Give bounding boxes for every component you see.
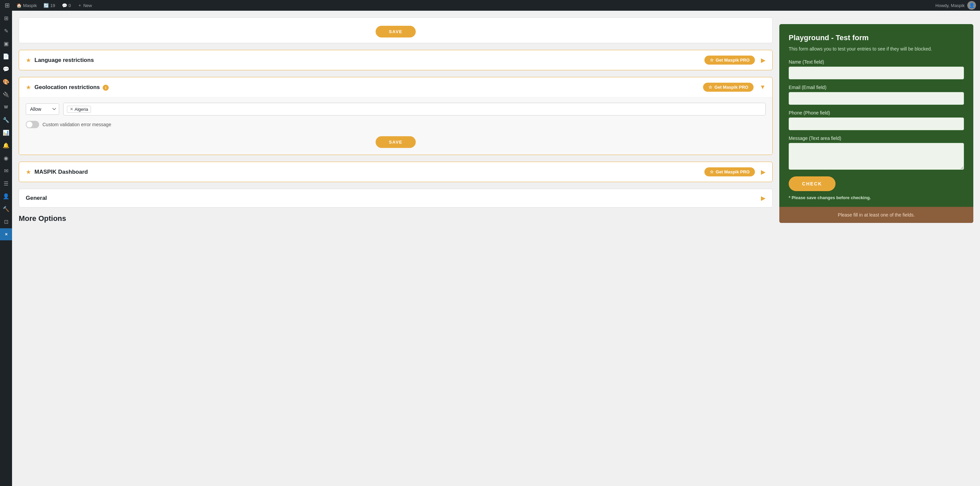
geolocation-card-header[interactable]: ★ Geolocation restrictions i ☆ Get Maspi… (19, 77, 772, 97)
filter-row: Allow Block ✕ Algeria (26, 103, 765, 115)
sidebar-table[interactable]: ⊡ (0, 215, 12, 228)
maspik-pro-label: Get Maspik PRO (716, 169, 749, 174)
email-form-group: Email (Email field) (789, 85, 964, 105)
language-arrow-icon: ▶ (761, 57, 765, 64)
phone-form-group: Phone (Phone field) (789, 110, 964, 130)
playground-body: Playground - Test form This form allows … (779, 24, 973, 207)
sidebar-media[interactable]: ▣ (0, 38, 12, 49)
message-form-group: Message (Text area field) (789, 135, 964, 171)
language-card-header[interactable]: ★ Language restrictions ☆ Get Maspik PRO… (19, 50, 772, 70)
general-arrow-icon: ▶ (761, 194, 765, 202)
page-layout: SAVE ★ Language restrictions ☆ Get Maspi… (19, 18, 973, 236)
top-save-button[interactable]: SAVE (375, 26, 416, 38)
general-card-title: General (26, 195, 755, 201)
plus-icon: ＋ (78, 2, 82, 8)
sidebar-maspik[interactable]: ✕ (0, 228, 12, 240)
new-content-link[interactable]: ＋ New (74, 0, 95, 11)
sidebar-woocommerce[interactable]: W (0, 101, 12, 113)
message-label: Message (Text area field) (789, 135, 964, 141)
maspik-pro-button[interactable]: ☆ Get Maspik PRO (705, 167, 755, 176)
toggle-label: Custom validation error message (43, 122, 111, 127)
geolocation-pro-label: Get Maspik PRO (714, 85, 748, 90)
name-input[interactable] (789, 67, 964, 79)
toggle-row: Custom validation error message (26, 121, 765, 128)
star-small-icon: ☆ (710, 57, 714, 62)
message-textarea[interactable] (789, 143, 964, 170)
name-label: Name (Text field) (789, 59, 964, 65)
updates-count: 19 (50, 3, 55, 8)
sidebar-comments[interactable]: 💬 (0, 63, 12, 75)
sidebar-dashboard[interactable]: ⊞ (0, 12, 12, 24)
maspik-dashboard-card: ★ MASPIK Dashboard ☆ Get Maspik PRO ▶ (19, 162, 773, 182)
more-options-heading: More Options (19, 214, 773, 223)
custom-error-toggle[interactable] (26, 121, 39, 128)
topbar-left: ⊞ 🏠 Maspik 🔄 19 💬 0 ＋ New (0, 0, 95, 11)
language-star-icon: ★ (26, 57, 31, 64)
site-name: Maspik (23, 3, 37, 8)
sidebar-notifications[interactable]: 🔔 (0, 139, 12, 151)
maspik-arrow-icon: ▶ (761, 168, 765, 176)
language-card-title: Language restrictions (35, 57, 701, 64)
howdy-text: Howdy, Maspik (935, 3, 965, 8)
sidebar-users[interactable]: 👤 (0, 190, 12, 202)
updates-icon: 🔄 (43, 3, 49, 8)
save-note: * Please save changes before checking. (789, 195, 964, 200)
wp-icon: ⊞ (5, 2, 10, 9)
phone-label: Phone (Phone field) (789, 110, 964, 115)
tag-country-label: Algeria (75, 107, 88, 112)
maspik-dashboard-header[interactable]: ★ MASPIK Dashboard ☆ Get Maspik PRO ▶ (19, 162, 772, 182)
wp-logo-link[interactable]: ⊞ (2, 0, 13, 11)
left-sidebar: ⊞ ✎ ▣ 📄 💬 🎨 🔌 W 🔧 📊 🔔 ◉ ✉ ☰ 👤 🔨 ⊡ ✕ (0, 11, 12, 486)
geolocation-pro-button[interactable]: ☆ Get Maspik PRO (703, 83, 754, 92)
phone-input[interactable] (789, 118, 964, 130)
geolocation-save-button[interactable]: SAVE (375, 136, 416, 148)
check-button[interactable]: CHECK (789, 176, 835, 191)
general-card: General ▶ (19, 189, 773, 207)
comments-link[interactable]: 💬 0 (59, 0, 74, 11)
allow-select[interactable]: Allow Block (26, 104, 59, 115)
content-area: SAVE ★ Language restrictions ☆ Get Maspi… (12, 11, 980, 486)
general-card-header[interactable]: General ▶ (19, 189, 772, 207)
geolocation-info-icon: i (103, 85, 109, 91)
sidebar-tools-alt[interactable]: 🔧 (0, 114, 12, 126)
language-pro-button[interactable]: ☆ Get Maspik PRO (705, 56, 755, 65)
name-form-group: Name (Text field) (789, 59, 964, 79)
geolocation-card-body: Allow Block ✕ Algeria (19, 97, 772, 155)
language-restrictions-card: ★ Language restrictions ☆ Get Maspik PRO… (19, 50, 773, 70)
new-label: New (83, 3, 92, 8)
sidebar-pages[interactable]: 📄 (0, 50, 12, 62)
email-input[interactable] (789, 92, 964, 105)
admin-topbar: ⊞ 🏠 Maspik 🔄 19 💬 0 ＋ New Howdy, Maspik … (0, 0, 980, 11)
geolocation-collapse-icon: ▼ (760, 84, 765, 91)
right-panel: Playground - Test form This form allows … (773, 18, 973, 236)
geolocation-card-title: Geolocation restrictions i (35, 84, 700, 91)
left-content: SAVE ★ Language restrictions ☆ Get Maspi… (19, 18, 773, 225)
algeria-tag: ✕ Algeria (67, 106, 91, 113)
sidebar-circle[interactable]: ◉ (0, 152, 12, 164)
playground-panel: Playground - Test form This form allows … (779, 24, 973, 223)
error-message: Please fill in at least one of the field… (838, 212, 915, 218)
sidebar-appearance[interactable]: 🎨 (0, 76, 12, 88)
star-small-geo-icon: ☆ (708, 85, 713, 90)
sidebar-analytics[interactable]: 📊 (0, 126, 12, 139)
site-name-link[interactable]: 🏠 Maspik (13, 0, 40, 11)
language-pro-label: Get Maspik PRO (716, 57, 749, 62)
sidebar-posts[interactable]: ✎ (0, 25, 12, 37)
comments-icon: 💬 (62, 3, 67, 8)
sidebar-wrench[interactable]: 🔨 (0, 203, 12, 215)
maspik-dashboard-title: MASPIK Dashboard (35, 169, 701, 175)
geolocation-star-icon: ★ (26, 84, 31, 91)
avatar[interactable]: 👤 (967, 1, 976, 10)
tag-remove-icon[interactable]: ✕ (70, 107, 73, 112)
geolocation-restrictions-card: ★ Geolocation restrictions i ☆ Get Maspi… (19, 77, 773, 155)
home-icon: 🏠 (16, 3, 22, 8)
maspik-star-icon: ★ (26, 168, 31, 176)
sidebar-plugins[interactable]: 🔌 (0, 88, 12, 100)
tags-input[interactable]: ✕ Algeria (63, 103, 765, 115)
updates-link[interactable]: 🔄 19 (40, 0, 58, 11)
comments-count: 0 (68, 3, 71, 8)
sidebar-email[interactable]: ✉ (0, 165, 12, 177)
playground-description: This form allows you to test your entrie… (789, 46, 964, 53)
sidebar-list[interactable]: ☰ (0, 177, 12, 190)
playground-title: Playground - Test form (789, 33, 964, 42)
